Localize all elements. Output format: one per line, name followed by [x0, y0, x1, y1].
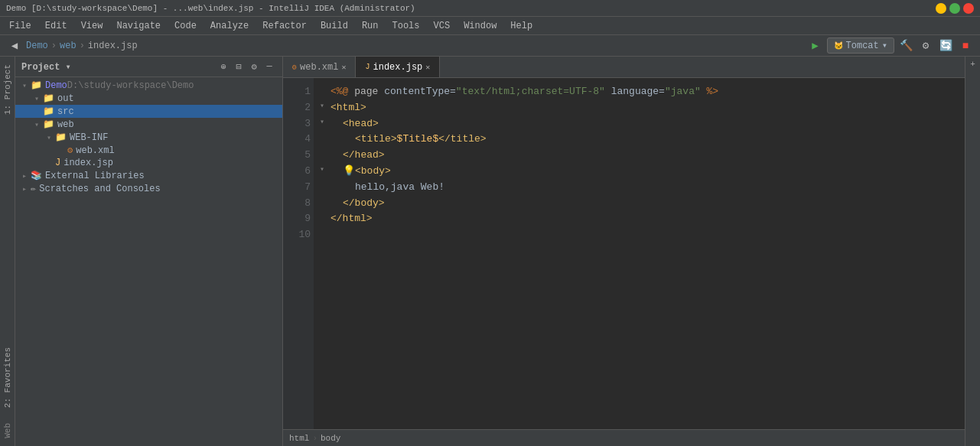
project-panel: Project ▾ ⊕ ⊟ ⚙ — ▾ 📁 Demo D:\study-work… [15, 57, 283, 446]
tree-item-demo[interactable]: ▾ 📁 Demo D:\study-workspace\Demo [15, 79, 282, 92]
tree-label-out: out [57, 93, 74, 104]
tab-indexjsp-icon: J [365, 63, 370, 71]
web-tab-label[interactable]: Web [1, 415, 15, 446]
arrow-webinf: ▾ [43, 133, 55, 142]
folder-web-icon: 📁 [43, 119, 54, 130]
menu-item-vcs[interactable]: VCS [428, 19, 457, 33]
breadcrumb-html[interactable]: html [289, 434, 309, 443]
menu-item-refactor[interactable]: Refactor [256, 19, 313, 33]
code-line-3: ▾ <head> [320, 116, 959, 132]
tree-item-webinf[interactable]: ▾ 📁 WEB-INF [15, 131, 282, 144]
update-icon[interactable]: 🔄 [937, 37, 954, 54]
folder-src-icon: 📁 [43, 106, 54, 117]
menu-item-view[interactable]: View [75, 19, 109, 33]
close-button[interactable] [963, 3, 974, 14]
editor-breadcrumb: html › body [283, 429, 965, 446]
breadcrumb-body[interactable]: body [321, 434, 340, 443]
window-controls [936, 3, 974, 14]
tree-item-web[interactable]: ▾ 📁 web [15, 118, 282, 131]
xml-icon: ⚙ [67, 145, 73, 156]
extlibs-icon: 📚 [31, 170, 42, 181]
tree-item-scratches[interactable]: ▸ ✏ Scratches and Consoles [15, 182, 282, 195]
stop-icon[interactable]: ■ [957, 37, 974, 54]
build-icon[interactable]: 🔨 [897, 37, 914, 54]
breadcrumb-sep: › [312, 434, 317, 443]
tree-item-indexjsp[interactable]: J index.jsp [15, 157, 282, 169]
tomcat-label: Tomcat [846, 41, 879, 51]
menu-item-window[interactable]: Window [457, 19, 503, 33]
code-editor[interactable]: 1 2 3 4 5 6 7 8 9 10 <%@ page contentTyp… [283, 78, 965, 429]
tree-label-demo-path: D:\study-workspace\Demo [67, 80, 194, 91]
editor-tabs: ⚙ web.xml ✕ J index.jsp ✕ [283, 57, 965, 78]
code-line-9: </html> [320, 211, 959, 227]
menu-item-edit[interactable]: Edit [39, 19, 73, 33]
arrow-web: ▾ [31, 120, 43, 129]
tree-label-scratches: Scratches and Consoles [39, 184, 160, 194]
tab-webxml[interactable]: ⚙ web.xml ✕ [283, 57, 356, 77]
scratches-icon: ✏ [31, 183, 36, 194]
maximize-button[interactable] [949, 3, 960, 14]
breadcrumb-sep1: › [51, 41, 57, 51]
arrow-extlibs: ▸ [18, 171, 31, 181]
hide-icon[interactable]: — [262, 60, 276, 73]
collapse-icon[interactable]: ⊟ [232, 60, 246, 73]
editor-area: ⚙ web.xml ✕ J index.jsp ✕ 1 2 3 4 5 6 7 … [283, 57, 965, 446]
breadcrumb-demo[interactable]: Demo [26, 41, 48, 51]
breadcrumb-file[interactable]: index.jsp [88, 41, 138, 51]
code-content[interactable]: <%@ page contentType="text/html;charset=… [314, 78, 965, 429]
breadcrumb-sep2: › [80, 41, 85, 51]
project-icon: 📁 [31, 80, 42, 91]
code-line-8: </body> [320, 196, 959, 212]
menu-item-navigate[interactable]: Navigate [110, 19, 167, 33]
run-icon[interactable]: ▶ [807, 37, 824, 54]
project-panel-header: Project ▾ ⊕ ⊟ ⚙ — [15, 57, 282, 77]
tree-item-webxml[interactable]: ⚙ web.xml [15, 144, 282, 157]
tab-indexjsp[interactable]: J index.jsp ✕ [356, 57, 440, 77]
tree-item-src[interactable]: 📁 src [15, 105, 282, 118]
tomcat-selector[interactable]: 🐱 Tomcat ▾ [827, 37, 894, 54]
code-line-1: <%@ page contentType="text/html;charset=… [320, 84, 959, 100]
code-line-2: ▾ <html> [320, 100, 959, 116]
tree-label-web: web [57, 119, 74, 130]
code-line-6: ▾ 💡<body> [320, 164, 959, 180]
settings-icon[interactable]: ⚙ [917, 37, 934, 54]
right-expand-icon[interactable]: + [970, 60, 975, 69]
tree-label-src: src [57, 106, 74, 117]
line-numbers: 1 2 3 4 5 6 7 8 9 10 [283, 78, 314, 429]
jsp-icon: J [55, 158, 60, 168]
add-icon[interactable]: ⊕ [217, 60, 230, 73]
tab-webxml-close[interactable]: ✕ [341, 63, 346, 72]
left-strip: 1: Project 2: Favorites Web [0, 57, 15, 446]
right-strip: + [965, 57, 980, 446]
tab-indexjsp-close[interactable]: ✕ [425, 63, 430, 72]
window-title: Demo [D:\study-workspace\Demo] - ...web\… [6, 4, 936, 13]
menu-item-run[interactable]: Run [356, 19, 385, 33]
nav-bar: ◀ Demo › web › index.jsp ▶ 🐱 Tomcat ▾ 🔨 … [0, 35, 980, 57]
arrow-scratches: ▸ [18, 184, 31, 194]
menu-item-file[interactable]: File [3, 19, 37, 33]
favorites-tab-label[interactable]: 2: Favorites [1, 340, 15, 415]
title-bar: Demo [D:\study-workspace\Demo] - ...web\… [0, 0, 980, 17]
tree-item-out[interactable]: ▾ 📁 out [15, 92, 282, 105]
back-button[interactable]: ◀ [6, 37, 23, 54]
arrow-demo: ▾ [18, 81, 31, 90]
minimize-button[interactable] [936, 3, 946, 14]
menu-item-analyze[interactable]: Analyze [204, 19, 255, 33]
breadcrumb: Demo › web › index.jsp [26, 41, 138, 51]
code-line-4: <title>$Title$</title> [320, 132, 959, 148]
menu-item-tools[interactable]: Tools [386, 19, 426, 33]
code-line-10 [320, 227, 959, 243]
gear-icon[interactable]: ⚙ [247, 60, 261, 73]
project-panel-title: Project ▾ [21, 61, 213, 73]
menu-item-code[interactable]: Code [168, 19, 203, 33]
breadcrumb-web[interactable]: web [60, 41, 77, 51]
tree-item-extlibs[interactable]: ▸ 📚 External Libraries [15, 169, 282, 182]
tab-webxml-label: web.xml [300, 62, 338, 73]
arrow-out: ▾ [31, 94, 43, 103]
project-tab-label[interactable]: 1: Project [1, 57, 15, 122]
main-content: 1: Project 2: Favorites Web Project ▾ ⊕ … [0, 57, 980, 446]
menu-item-build[interactable]: Build [314, 19, 354, 33]
tree-label-webxml: web.xml [76, 145, 114, 156]
project-tree: ▾ 📁 Demo D:\study-workspace\Demo ▾ 📁 out… [15, 77, 282, 446]
menu-item-help[interactable]: Help [504, 19, 539, 33]
